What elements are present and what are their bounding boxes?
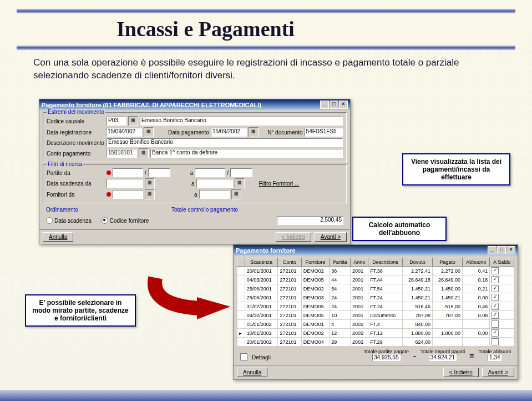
- avanti-button[interactable]: Avanti >: [315, 232, 347, 242]
- close-icon[interactable]: ×: [506, 246, 515, 254]
- saldo-checkbox[interactable]: ✓: [492, 276, 499, 283]
- calendar-icon[interactable]: ▦: [145, 178, 155, 188]
- label-datascad: Data scadenza da: [47, 181, 105, 187]
- saldo-checkbox[interactable]: ✓: [492, 312, 499, 319]
- window-body: ScadenzaContoFornitorePartitaAnnoDescriz…: [234, 255, 518, 365]
- column-header[interactable]: Fornitore: [301, 258, 329, 267]
- saldo-checkbox[interactable]: ✓: [492, 267, 499, 274]
- table-row[interactable]: 25/06/2001272101DEMO03242001FT.241.450,2…: [237, 293, 514, 302]
- column-header[interactable]: Partita: [330, 258, 351, 267]
- field-partite-da2[interactable]: [148, 168, 170, 177]
- button-bar: Annulla < Indietro Avanti >: [234, 365, 518, 379]
- maximize-icon[interactable]: □: [497, 246, 506, 254]
- lookup-icon[interactable]: ▦: [128, 116, 138, 126]
- callout-1: Viene visualizzata la lista dei pagament…: [402, 153, 510, 186]
- column-header[interactable]: Pagato: [433, 258, 463, 267]
- annulla-button[interactable]: Annulla: [43, 232, 73, 242]
- column-header[interactable]: Scadenza: [245, 258, 278, 267]
- label-a: a: [190, 170, 194, 176]
- column-header[interactable]: Dovuto: [403, 258, 433, 267]
- label-codcaus: Codice causale: [47, 118, 105, 124]
- group-filtri: Filtri di ricerca Partite da / a / Data …: [43, 164, 347, 203]
- window-title: Pagamento fornitore (01 FABBRICAZ. DI AP…: [42, 102, 261, 108]
- callout-3: E' possibile selezionare in modo mirato …: [25, 294, 136, 327]
- callout-2: Calcolo automatico dell'abbuono: [352, 217, 447, 241]
- saldo-checkbox[interactable]: ✓: [492, 285, 499, 292]
- maximize-icon[interactable]: □: [330, 101, 338, 109]
- link-filtro-fornitori[interactable]: Filtro Fornitori ...: [259, 181, 300, 187]
- close-icon[interactable]: ×: [339, 101, 348, 109]
- field-scad-da[interactable]: [107, 179, 143, 188]
- gradient-bar-bottom: [17, 46, 515, 50]
- dettagli-checkbox[interactable]: [240, 353, 247, 360]
- intro-text: Con una sola operazione è possibile eseg…: [17, 53, 515, 86]
- saldo-checkbox[interactable]: ✓: [492, 294, 499, 301]
- label-sep: /: [145, 170, 146, 176]
- minus-icon: -: [413, 352, 416, 360]
- table-row[interactable]: 20/01/2002272101DEMO04292002FT.29624,00: [237, 338, 514, 347]
- column-header[interactable]: [237, 258, 245, 267]
- field-forn-a[interactable]: [199, 190, 230, 199]
- field-partite-a[interactable]: [195, 168, 225, 177]
- field-totctrl[interactable]: 2.500,45: [277, 216, 343, 225]
- saldo-checkbox[interactable]: ✓: [492, 303, 499, 310]
- field-contopag[interactable]: 15010101: [107, 149, 137, 158]
- lookup-icon[interactable]: ▦: [145, 189, 155, 199]
- saldo-checkbox[interactable]: [492, 338, 499, 345]
- column-header[interactable]: A Saldo: [490, 258, 514, 267]
- table-row[interactable]: ▸10/01/2002272101DEMO02122002FT.121.880,…: [237, 329, 514, 338]
- lookup-icon[interactable]: ▦: [139, 148, 149, 158]
- annulla-button[interactable]: Annulla: [237, 368, 267, 377]
- radio-label: Data scadenza: [54, 218, 92, 224]
- table-row[interactable]: 25/06/2001272101DEMO02542001FT.541.450,2…: [237, 284, 514, 293]
- dettagli-label: Dettagli: [252, 354, 271, 360]
- field-numdoc[interactable]: 54FDS1FS5: [305, 128, 343, 137]
- label-numdoc: N° documento: [267, 129, 302, 136]
- table-row[interactable]: 20/01/2001272101DEMO02362001FT.362.272,4…: [237, 267, 514, 275]
- saldo-checkbox[interactable]: ✓: [492, 329, 499, 337]
- titlebar[interactable]: Pagamento fornitore _ □ ×: [234, 245, 518, 255]
- indietro-button[interactable]: < Indietro: [443, 368, 479, 377]
- field-descr[interactable]: Emesso Bonifico Bancario: [107, 138, 343, 147]
- saldo-checkbox[interactable]: [492, 320, 499, 328]
- field-datareg[interactable]: 15/09/2002: [106, 128, 142, 137]
- radio-codice-fornitore[interactable]: [102, 217, 108, 224]
- marker-dot-icon: [107, 171, 111, 175]
- calendar-icon[interactable]: ▦: [235, 178, 245, 188]
- field-banca[interactable]: Banca 1^ conto da definire: [150, 149, 343, 158]
- column-header[interactable]: Abbuono: [463, 258, 490, 267]
- field-scad-a[interactable]: [196, 179, 233, 188]
- table-row[interactable]: 01/01/2002272101DEMO0142002FT.4840,00: [237, 320, 514, 329]
- avanti-button[interactable]: Avanti >: [482, 368, 514, 377]
- table-row[interactable]: 31/07/2001272101DEMO05242001FT.24516,465…: [237, 302, 514, 311]
- field-datapag[interactable]: 15/09/2002: [211, 128, 247, 137]
- minimize-icon[interactable]: _: [320, 101, 329, 109]
- group-estremi: Estremi del movimento Codice causale P03…: [43, 112, 347, 162]
- calendar-icon[interactable]: ▦: [249, 127, 259, 137]
- field-partite-da[interactable]: [113, 168, 143, 177]
- equals-icon: =: [469, 352, 474, 360]
- page-title: Incassi e Pagamenti: [116, 17, 515, 41]
- table-row[interactable]: 04/03/2001272101DEMO05442001FT.4426.649,…: [237, 275, 514, 284]
- curved-arrow-icon: [144, 272, 239, 322]
- minimize-icon[interactable]: _: [488, 246, 496, 254]
- label-sep: /: [227, 170, 229, 176]
- column-header[interactable]: Descrizione: [368, 258, 403, 267]
- field-causdesc[interactable]: Emesso Bonifico Bancario: [140, 117, 343, 126]
- gradient-bar-top: [17, 9, 515, 13]
- field-codcaus[interactable]: P03: [107, 117, 126, 126]
- svg-marker-0: [197, 297, 230, 319]
- field-partite-a2[interactable]: [230, 168, 252, 177]
- lookup-icon[interactable]: ▦: [231, 189, 241, 199]
- radio-data-scadenza[interactable]: [46, 217, 53, 224]
- column-header[interactable]: Anno: [351, 258, 368, 267]
- footer-gradient: [0, 390, 532, 401]
- indietro-button: < Indietro: [276, 232, 311, 242]
- field-forn-da[interactable]: [113, 190, 143, 199]
- payments-table[interactable]: ScadenzaContoFornitorePartitaAnnoDescriz…: [237, 258, 514, 347]
- window-buttons: _ □ ×: [488, 246, 515, 254]
- table-row[interactable]: 04/10/2001272101DEMO05102001Documento787…: [237, 311, 514, 320]
- calendar-icon[interactable]: ▦: [144, 127, 154, 137]
- label-datareg: Data registrazione: [47, 129, 104, 136]
- column-header[interactable]: Conto: [278, 258, 301, 267]
